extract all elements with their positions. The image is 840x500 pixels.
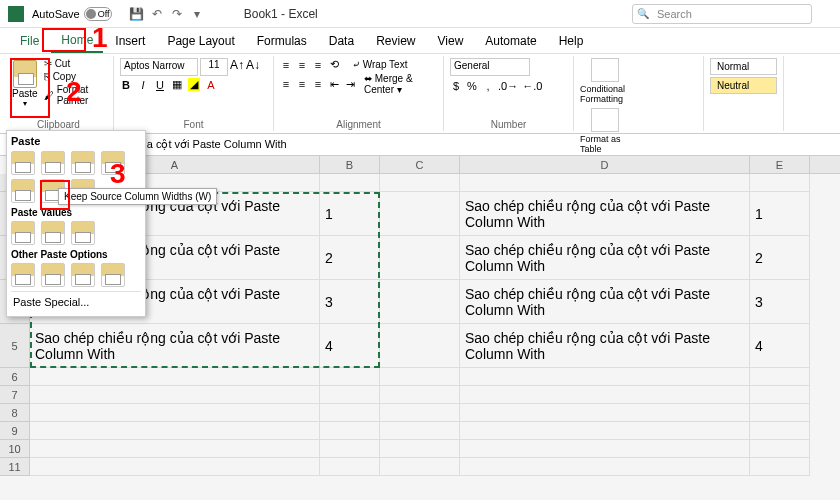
align-right-icon[interactable]: ≡ [312,78,324,90]
cell-e4[interactable]: 3 [750,280,810,323]
paste-option-formulas-format[interactable] [71,151,95,175]
annotation-callout-3: 3 [110,158,126,190]
decrease-font-icon[interactable]: A↓ [246,58,260,76]
wrap-text-button[interactable]: ⤶ Wrap Text [352,59,407,70]
cell-b4[interactable]: 3 [320,280,380,323]
cell-d3[interactable]: Sao chép chiều rộng của cột với Paste Co… [460,236,750,279]
row-header-10[interactable]: 10 [0,440,29,458]
paste-values[interactable] [11,221,35,245]
paste-dropdown-title: Paste [11,135,141,147]
cell-a5[interactable]: Sao chép chiều rộng của cột với Paste Co… [30,324,320,367]
align-bot-icon[interactable]: ≡ [312,59,324,71]
tab-file[interactable]: File [10,30,49,52]
cell-b2[interactable]: 1 [320,192,380,235]
italic-button[interactable]: I [137,79,149,91]
chevron-down-icon[interactable]: ▾ [23,99,27,108]
paste-option-all[interactable] [11,151,35,175]
indent-inc-icon[interactable]: ⇥ [344,78,356,91]
font-size-select[interactable]: 11 [200,58,228,76]
tab-data[interactable]: Data [319,30,364,52]
inc-decimal-icon[interactable]: .0→ [498,80,518,92]
align-mid-icon[interactable]: ≡ [296,59,308,71]
cut-button[interactable]: ✂Cut [44,58,107,69]
cell-e2[interactable]: 1 [750,192,810,235]
col-header-c[interactable]: C [380,156,460,173]
paste-button[interactable]: Paste ▾ [10,58,40,110]
row-header-9[interactable]: 9 [0,422,29,440]
qat-dropdown-icon[interactable]: ▾ [190,7,204,21]
col-header-e[interactable]: E [750,156,810,173]
cell-d5[interactable]: Sao chép chiều rộng của cột với Paste Co… [460,324,750,367]
paste-special-button[interactable]: Paste Special... [11,291,141,312]
paste-picture[interactable] [71,263,95,287]
comma-icon[interactable]: , [482,80,494,92]
paste-option-formulas[interactable] [41,151,65,175]
paste-values-source[interactable] [71,221,95,245]
underline-button[interactable]: U [154,79,166,91]
tab-review[interactable]: Review [366,30,425,52]
paste-link[interactable] [41,263,65,287]
number-format-select[interactable]: General [450,58,530,76]
percent-icon[interactable]: % [466,80,478,92]
paste-linked-picture[interactable] [101,263,125,287]
paste-values-format[interactable] [41,221,65,245]
indent-dec-icon[interactable]: ⇤ [328,78,340,91]
cell-e3[interactable]: 2 [750,236,810,279]
increase-font-icon[interactable]: A↑ [230,58,244,76]
font-family-select[interactable]: Aptos Narrow [120,58,198,76]
tab-formulas[interactable]: Formulas [247,30,317,52]
autosave-toggle[interactable]: AutoSave Off [32,7,112,21]
table-icon [591,108,619,132]
align-top-icon[interactable]: ≡ [280,59,292,71]
font-color-button[interactable]: A [205,79,217,91]
tab-page-layout[interactable]: Page Layout [157,30,244,52]
autosave-label: AutoSave [32,8,80,20]
cell-d4[interactable]: Sao chép chiều rộng của cột với Paste Co… [460,280,750,323]
row-header-5[interactable]: 5 [0,324,29,368]
conditional-formatting-button[interactable]: Conditional Formatting [580,58,630,104]
align-left-icon[interactable]: ≡ [280,78,292,90]
cell-e5[interactable]: 4 [750,324,810,367]
row-header-6[interactable]: 6 [0,368,29,386]
style-normal[interactable]: Normal [710,58,777,75]
dec-decimal-icon[interactable]: ←.0 [522,80,542,92]
cell-b3[interactable]: 2 [320,236,380,279]
tab-automate[interactable]: Automate [475,30,546,52]
cond-format-icon [591,58,619,82]
annotation-callout-2: 2 [66,76,82,108]
col-header-d[interactable]: D [460,156,750,173]
clipboard-group-label: Clipboard [4,119,113,130]
merge-center-button[interactable]: ⬌ Merge & Center ▾ [364,73,437,95]
border-button[interactable]: ▦ [171,78,183,91]
style-neutral[interactable]: Neutral [710,77,777,94]
paste-values-section: Paste Values [11,207,141,218]
search-input[interactable]: Search [632,4,812,24]
number-group-label: Number [444,119,573,130]
row-header-7[interactable]: 7 [0,386,29,404]
font-group-label: Font [114,119,273,130]
row-header-11[interactable]: 11 [0,458,29,476]
cell-b5[interactable]: 4 [320,324,380,367]
cell-d2[interactable]: Sao chép chiều rộng của cột với Paste Co… [460,192,750,235]
row-header-8[interactable]: 8 [0,404,29,422]
paste-formatting[interactable] [11,263,35,287]
bold-button[interactable]: B [120,79,132,91]
annotation-callout-1: 1 [92,22,108,54]
tab-insert[interactable]: Insert [105,30,155,52]
tooltip-column-widths: Keep Source Column Widths (W) [58,188,217,205]
document-title: Book1 - Excel [244,7,318,21]
save-icon[interactable]: 💾 [130,7,144,21]
currency-icon[interactable]: $ [450,80,462,92]
format-as-table-button[interactable]: Format as Table [580,108,630,154]
paste-option-no-border[interactable] [11,179,35,203]
orientation-icon[interactable]: ⟲ [328,58,340,71]
fill-color-button[interactable]: ◢ [188,78,200,91]
align-center-icon[interactable]: ≡ [296,78,308,90]
undo-icon[interactable]: ↶ [150,7,164,21]
redo-icon[interactable]: ↷ [170,7,184,21]
brush-icon: 🖌 [44,90,54,101]
tab-help[interactable]: Help [549,30,594,52]
tab-view[interactable]: View [428,30,474,52]
col-header-b[interactable]: B [320,156,380,173]
scissors-icon: ✂ [44,58,52,69]
